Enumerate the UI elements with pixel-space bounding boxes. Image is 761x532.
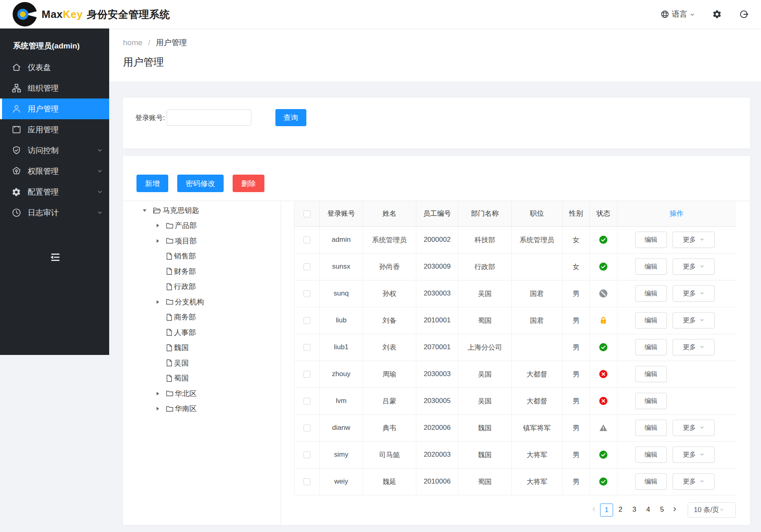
table-row: liub1刘表2070001上海分公司男编辑更多 [295,334,736,361]
caret-right-icon[interactable] [155,391,161,396]
row-checkbox[interactable] [304,398,310,405]
login-account-input[interactable] [167,109,251,126]
page-number-5[interactable]: 5 [655,504,669,517]
cell-select [295,226,320,253]
sidebar-item-applications[interactable]: 应用管理 [0,119,109,140]
more-button[interactable]: 更多 [673,258,715,275]
caret-right-icon[interactable] [155,406,161,412]
page-number-3[interactable]: 3 [628,504,641,517]
tree-node[interactable]: 蜀国 [123,371,281,386]
settings-button[interactable] [712,9,722,19]
row-checkbox[interactable] [304,317,310,324]
tree-node[interactable]: 行政部 [123,279,281,295]
row-checkbox[interactable] [304,236,310,243]
edit-button[interactable]: 编辑 [635,232,667,248]
row-checkbox[interactable] [304,263,310,270]
caret-right-icon[interactable] [155,223,161,228]
edit-button[interactable]: 编辑 [635,258,667,275]
column-header: 员工编号 [416,201,458,226]
status-active-icon [599,343,607,351]
edit-button[interactable]: 编辑 [635,366,667,382]
more-button[interactable]: 更多 [673,285,715,302]
tree-node[interactable]: 吴国 [123,355,281,371]
sidebar-item-label: 用户管理 [28,104,59,114]
more-button[interactable]: 更多 [673,312,715,328]
search-row: 登录账号: 查询 [135,109,750,126]
tree-node[interactable]: 人事部 [123,325,281,340]
edit-button[interactable]: 编辑 [635,420,667,436]
tree-node[interactable]: 产品部 [123,218,281,234]
cell-department: 蜀国 [458,307,512,334]
tree-node[interactable]: 销售部 [123,249,281,264]
delete-button[interactable]: 删除 [233,175,264,192]
page-number-4[interactable]: 4 [642,504,655,517]
sidebar-item-access-control[interactable]: 访问控制 [0,140,109,161]
tree-node[interactable]: 商务部 [123,310,281,325]
breadcrumb-current: 用户管理 [156,37,187,48]
folder-icon [166,237,174,244]
sidebar-item-organization[interactable]: 组织管理 [0,78,109,99]
query-button[interactable]: 查询 [275,109,306,126]
caret-right-icon[interactable] [155,238,161,244]
edit-button[interactable]: 编辑 [635,393,667,409]
add-button[interactable]: 新增 [136,175,168,192]
tree-node[interactable]: 华北区 [123,386,281,401]
change-password-button[interactable]: 密码修改 [177,175,224,192]
prev-page-button[interactable] [588,504,600,517]
status-active-icon [599,263,607,270]
sidebar-item-permissions[interactable]: 权限管理 [0,161,109,182]
app-header: MaxKey身份安全管理系统 语言 [0,0,761,28]
chevron-down-icon [699,317,704,324]
more-button[interactable]: 更多 [673,473,715,490]
brand-suffix: 身份安全管理系统 [87,9,170,20]
cell-name: 周瑜 [363,361,416,388]
cell-status [590,334,617,361]
row-checkbox[interactable] [304,344,310,351]
chevron-down-icon [699,424,704,431]
cell-department: 行政部 [458,253,512,280]
edit-button[interactable]: 编辑 [635,285,667,302]
more-button[interactable]: 更多 [673,232,715,248]
more-button[interactable]: 更多 [673,420,715,436]
tree-node[interactable]: 魏国 [123,340,281,356]
tree-node[interactable]: 财务部 [123,264,281,279]
edit-button[interactable]: 编辑 [635,447,667,463]
row-checkbox[interactable] [304,371,310,378]
sidebar-item-users[interactable]: 用户管理 [0,99,109,119]
status-active-icon [599,477,607,485]
sidebar-item-dashboard[interactable]: 仪表盘 [0,57,109,78]
row-checkbox[interactable] [304,425,310,431]
cell-account: sunsx [320,253,363,280]
edit-button[interactable]: 编辑 [635,312,667,328]
logout-button[interactable] [739,9,749,19]
tree-node-root[interactable]: 马克思钥匙 [123,203,281,218]
cell-position: 国君 [512,307,563,334]
tree-node[interactable]: 华南区 [123,401,281,417]
tree-node[interactable]: 分支机构 [123,294,281,310]
cell-gender: 女 [563,253,590,280]
sidebar-item-configuration[interactable]: 配置管理 [0,182,109,202]
row-checkbox[interactable] [304,451,310,458]
select-all-checkbox[interactable] [304,210,310,217]
breadcrumb-home[interactable]: home [123,38,143,47]
cell-name: 刘备 [363,307,416,334]
language-menu[interactable]: 语言 [660,9,695,20]
next-page-button[interactable] [669,504,680,517]
tree-node[interactable]: 项目部 [123,233,281,249]
cell-gender: 男 [563,307,590,334]
edit-button[interactable]: 编辑 [635,339,667,355]
page-size-select[interactable]: 10 条/页 [688,502,736,518]
edit-button[interactable]: 编辑 [635,473,667,490]
caret-down-icon[interactable] [142,208,147,213]
cell-select [295,280,320,307]
row-checkbox[interactable] [304,290,310,297]
brand-max: Max [42,8,63,20]
page-number-1[interactable]: 1 [600,504,613,517]
row-checkbox[interactable] [304,478,310,485]
page-number-2[interactable]: 2 [614,504,627,517]
more-button[interactable]: 更多 [673,447,715,463]
caret-right-icon[interactable] [155,299,161,305]
sidebar-item-audit-log[interactable]: 日志审计 [0,202,109,223]
menu-fold-button[interactable] [47,251,64,265]
more-button[interactable]: 更多 [673,339,715,355]
